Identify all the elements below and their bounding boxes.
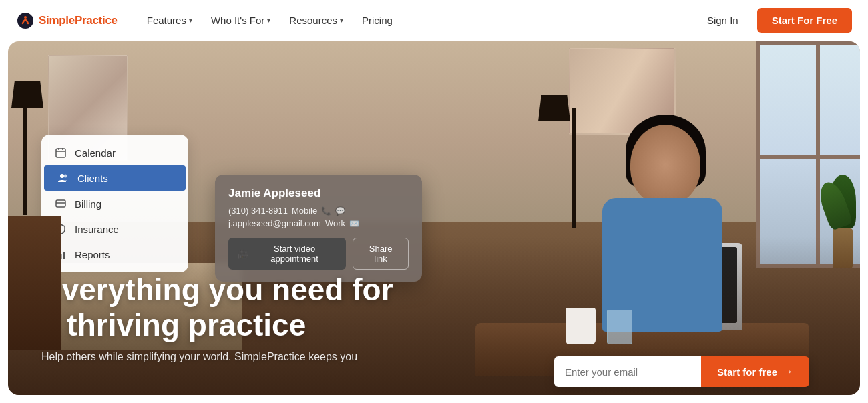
calendar-icon <box>55 147 67 159</box>
video-appointment-button[interactable]: 🎥 Start video appointment <box>228 238 346 270</box>
window-divider-v <box>816 45 820 264</box>
chevron-down-icon: ▾ <box>189 17 192 24</box>
sidebar-panel: Calendar Clients <box>41 135 188 272</box>
message-icon: 💬 <box>335 206 345 216</box>
video-icon: 🎥 <box>238 249 248 259</box>
phone-icon: 📞 <box>321 206 331 216</box>
hero-section: Calendar Clients <box>8 41 860 395</box>
email-cta: Start for free → <box>554 356 809 387</box>
svg-point-7 <box>64 175 67 178</box>
sign-in-link[interactable]: Sign In <box>699 9 746 31</box>
mug <box>566 308 596 344</box>
clients-icon <box>57 172 69 184</box>
nav-links: Features ▾ Who It's For ▾ Resources ▾ Pr… <box>139 9 699 31</box>
logo-text: SimplePractice <box>39 14 118 27</box>
plant-pot <box>833 228 853 268</box>
nav-resources[interactable]: Resources ▾ <box>281 9 351 31</box>
nav-who-its-for[interactable]: Who It's For ▾ <box>203 9 278 31</box>
email-icon: ✉️ <box>349 219 359 228</box>
start-free-button[interactable]: Start For Free <box>757 8 852 33</box>
sidebar-item-clients[interactable]: Clients <box>44 165 186 191</box>
svg-rect-12 <box>63 252 65 259</box>
sidebar-item-billing[interactable]: Billing <box>41 191 188 216</box>
nav-features[interactable]: Features ▾ <box>139 9 200 31</box>
glass <box>607 310 632 344</box>
chevron-down-icon: ▾ <box>340 17 343 24</box>
contact-phone-row: (310) 341-8911 Mobile 📞 💬 <box>228 206 409 216</box>
contact-email-type: Work <box>325 218 345 228</box>
side-table <box>8 216 61 350</box>
contact-actions: 🎥 Start video appointment Share link <box>228 238 409 270</box>
svg-rect-8 <box>56 200 65 207</box>
lamp-shade <box>11 81 43 108</box>
cta-start-button[interactable]: Start for free → <box>701 356 809 387</box>
nav-pricing[interactable]: Pricing <box>354 9 401 31</box>
logo[interactable]: SimplePractice <box>16 11 118 30</box>
hero-background: Calendar Clients <box>8 41 860 395</box>
contact-email-row: j.appleseed@gmail.com Work ✉️ <box>228 218 409 228</box>
sidebar-item-calendar[interactable]: Calendar <box>41 140 188 165</box>
contact-email: j.appleseed@gmail.com <box>228 218 321 228</box>
contact-card: Jamie Appleseed (310) 341-8911 Mobile 📞 … <box>215 175 422 282</box>
lamp-stand <box>23 95 27 215</box>
sidebar-item-reports[interactable]: Reports <box>41 242 188 267</box>
arrow-right-icon: → <box>783 366 793 378</box>
contact-phone: (310) 341-8911 <box>228 206 288 216</box>
svg-rect-2 <box>56 149 65 157</box>
svg-point-1 <box>24 16 27 19</box>
hero-headline: Everything you need for a thriving pract… <box>41 272 393 343</box>
nav-right: Sign In Start For Free <box>699 8 852 33</box>
logo-icon <box>16 11 35 30</box>
billing-icon <box>55 197 67 210</box>
svg-point-6 <box>60 174 64 178</box>
sidebar-item-insurance[interactable]: Insurance <box>41 216 188 242</box>
plant <box>823 161 860 268</box>
window-divider-h <box>760 155 860 159</box>
share-link-button[interactable]: Share link <box>353 238 409 270</box>
hero-subtext: Help others while simplifying your world… <box>41 351 393 363</box>
contact-name: Jamie Appleseed <box>228 187 409 200</box>
navbar: SimplePractice Features ▾ Who It's For ▾… <box>0 0 868 41</box>
chevron-down-icon: ▾ <box>267 17 270 24</box>
email-input[interactable] <box>554 356 701 387</box>
hero-content: Everything you need for a thriving pract… <box>41 272 393 363</box>
contact-phone-type: Mobile <box>292 206 317 216</box>
person-head <box>630 125 700 205</box>
